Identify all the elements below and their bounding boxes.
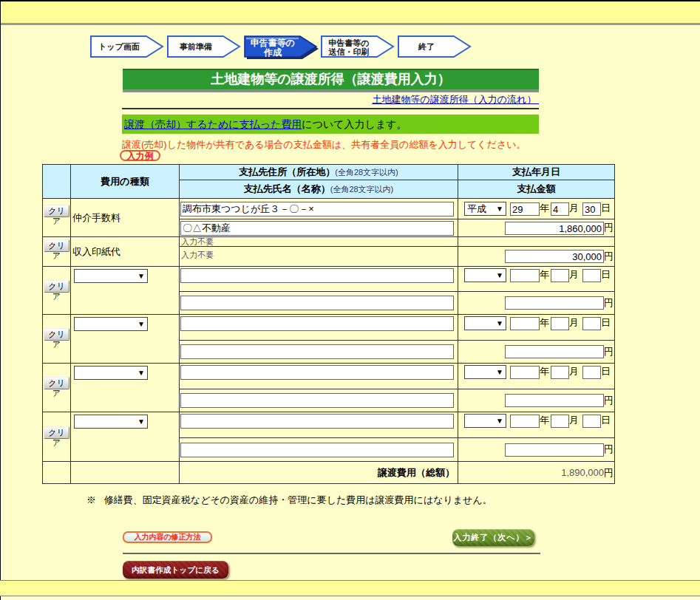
svg-text:終了: 終了 (418, 42, 435, 51)
svg-text:トップ画面: トップ画面 (98, 42, 140, 51)
svg-text:申告書等の: 申告書等の (328, 38, 369, 47)
svg-text:作成: 作成 (263, 47, 282, 58)
svg-text:送信・印刷: 送信・印刷 (328, 47, 370, 56)
svg-text:事前準備: 事前準備 (180, 42, 212, 51)
